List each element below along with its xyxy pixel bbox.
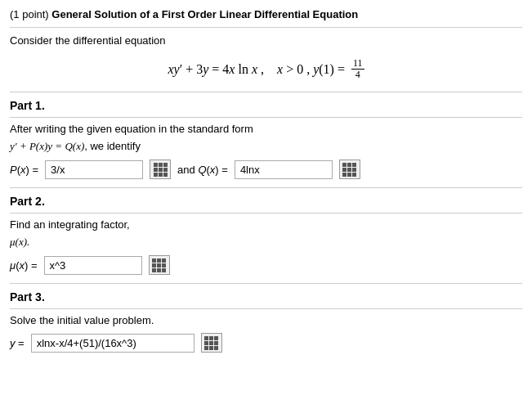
- grid-icon-4: [204, 336, 218, 350]
- y-grid-button[interactable]: [201, 333, 222, 353]
- divider-part3-sub: [10, 308, 522, 309]
- y-input[interactable]: [31, 334, 194, 353]
- divider-part2: [10, 187, 522, 188]
- px-input[interactable]: [45, 160, 143, 179]
- part1-desc2: y′ + P(x)y = Q(x), we identify: [10, 140, 522, 153]
- part2-input-row: μ(x) =: [10, 255, 522, 275]
- divider-part3: [10, 283, 522, 284]
- part2-desc2: μ(x).: [10, 236, 522, 249]
- divider-top: [10, 27, 522, 28]
- grid-icon-3: [152, 258, 166, 272]
- mu-input[interactable]: [44, 256, 142, 275]
- part2-desc1: Find an integrating factor,: [10, 218, 522, 231]
- grid-icon: [154, 163, 168, 177]
- part3-input-row: y =: [10, 333, 522, 353]
- px-grid-button[interactable]: [150, 160, 171, 179]
- y-label: y =: [10, 337, 25, 349]
- qx-grid-button[interactable]: [339, 160, 360, 179]
- part3-header: Part 3.: [10, 290, 522, 303]
- part1-input-row: P(x) = and Q(x) =: [10, 160, 522, 179]
- mu-grid-button[interactable]: [149, 255, 170, 275]
- part3-desc: Solve the initial value problem.: [10, 314, 522, 326]
- grid-icon-2: [342, 163, 356, 177]
- qx-input[interactable]: [235, 160, 333, 179]
- divider-part1-sub: [10, 117, 522, 118]
- px-label: P(x) =: [10, 164, 38, 176]
- divider-part2-sub: [10, 213, 522, 213]
- part1-desc1: After writing the given equation in the …: [10, 123, 522, 135]
- qx-label: and Q(x) =: [177, 164, 228, 176]
- part2-header: Part 2.: [10, 195, 522, 208]
- divider-part1: [10, 92, 522, 92]
- part1-header: Part 1.: [10, 99, 522, 112]
- mu-label: μ(x) =: [10, 259, 38, 272]
- intro-text: Consider the differential equation: [10, 34, 522, 47]
- problem-title: (1 point) General Solution of a First Or…: [10, 8, 522, 20]
- main-equation: xy′ + 3y = 4x ln x , x > 0 , y(1) = 11 4: [10, 58, 522, 80]
